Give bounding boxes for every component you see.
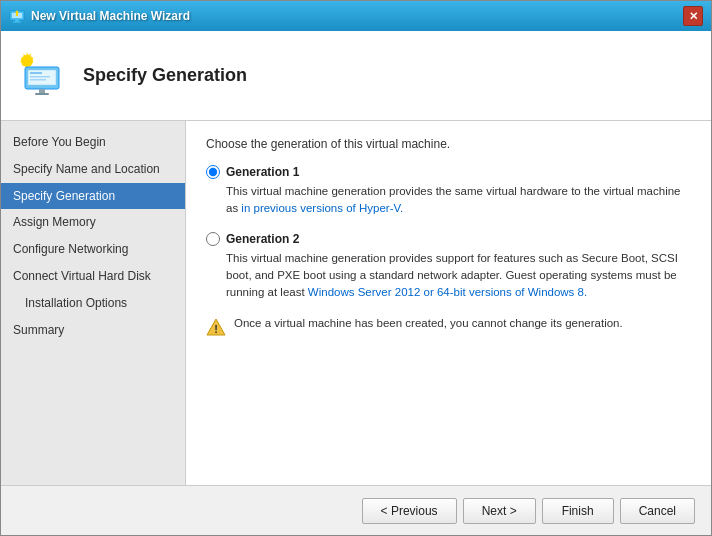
generation2-link: Windows Server 2012 or 64-bit versions o… xyxy=(308,286,587,298)
sidebar-item-specify-generation[interactable]: Specify Generation xyxy=(1,183,185,210)
generation2-description: This virtual machine generation provides… xyxy=(226,250,691,302)
svg-rect-3 xyxy=(13,22,21,23)
title-bar-title: New Virtual Machine Wizard xyxy=(31,9,190,23)
generation2-label-row: Generation 2 xyxy=(206,232,691,246)
cancel-button[interactable]: Cancel xyxy=(620,498,695,524)
title-bar: New Virtual Machine Wizard ✕ xyxy=(1,1,711,31)
sidebar: Before You Begin Specify Name and Locati… xyxy=(1,121,186,485)
instruction-text: Choose the generation of this virtual ma… xyxy=(206,137,691,151)
generation2-radio[interactable] xyxy=(206,232,220,246)
svg-text:!: ! xyxy=(214,323,218,335)
header-title: Specify Generation xyxy=(83,65,247,85)
header-title-text: Specify Generation xyxy=(83,65,247,86)
generation1-label: Generation 1 xyxy=(226,165,299,179)
warning-icon: ! xyxy=(206,317,226,337)
generation1-label-row: Generation 1 xyxy=(206,165,691,179)
sidebar-item-configure-networking[interactable]: Configure Networking xyxy=(1,236,185,263)
generation1-radio[interactable] xyxy=(206,165,220,179)
previous-button[interactable]: < Previous xyxy=(362,498,457,524)
title-bar-icon xyxy=(9,8,25,24)
sidebar-item-connect-virtual-hard-disk[interactable]: Connect Virtual Hard Disk xyxy=(1,263,185,290)
generation-radio-group: Generation 1 This virtual machine genera… xyxy=(206,165,691,301)
next-button[interactable]: Next > xyxy=(463,498,536,524)
content-area: Before You Begin Specify Name and Locati… xyxy=(1,121,711,485)
header-area: Specify Generation xyxy=(1,31,711,121)
footer: < Previous Next > Finish Cancel xyxy=(1,485,711,535)
sidebar-item-before-you-begin[interactable]: Before You Begin xyxy=(1,129,185,156)
warning-text: Once a virtual machine has been created,… xyxy=(234,317,623,329)
sidebar-item-installation-options[interactable]: Installation Options xyxy=(1,290,185,317)
warning-box: ! Once a virtual machine has been create… xyxy=(206,317,691,337)
generation2-label: Generation 2 xyxy=(226,232,299,246)
generation1-link: in previous versions of Hyper-V. xyxy=(241,202,403,214)
header-icon xyxy=(17,51,67,101)
svg-rect-2 xyxy=(15,20,19,22)
sidebar-item-summary[interactable]: Summary xyxy=(1,317,185,344)
generation2-option: Generation 2 This virtual machine genera… xyxy=(206,232,691,302)
svg-rect-11 xyxy=(30,79,46,81)
svg-rect-13 xyxy=(35,93,49,95)
sidebar-item-specify-name-and-location[interactable]: Specify Name and Location xyxy=(1,156,185,183)
svg-rect-9 xyxy=(30,72,42,74)
generation1-option: Generation 1 This virtual machine genera… xyxy=(206,165,691,218)
close-button[interactable]: ✕ xyxy=(683,6,703,26)
finish-button[interactable]: Finish xyxy=(542,498,614,524)
sidebar-item-assign-memory[interactable]: Assign Memory xyxy=(1,209,185,236)
main-content: Choose the generation of this virtual ma… xyxy=(186,121,711,485)
title-bar-left: New Virtual Machine Wizard xyxy=(9,8,190,24)
svg-rect-10 xyxy=(30,76,50,78)
svg-rect-12 xyxy=(39,89,45,93)
wizard-window: New Virtual Machine Wizard ✕ Specify Gen… xyxy=(0,0,712,536)
generation1-description: This virtual machine generation provides… xyxy=(226,183,691,218)
